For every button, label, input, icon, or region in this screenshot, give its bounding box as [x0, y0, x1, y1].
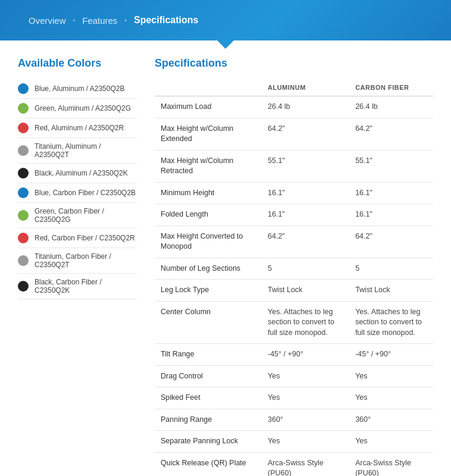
color-label: Black, Aluminum / A2350Q2K: [35, 169, 128, 177]
spec-label: Quick Release (QR) Plate: [155, 452, 262, 476]
color-swatch: [18, 103, 29, 114]
color-list: Blue, Aluminum / A2350Q2BGreen, Aluminum…: [18, 79, 137, 299]
spec-label: Spiked Feet: [155, 387, 262, 409]
table-row: Panning Range 360° 360°: [155, 409, 433, 431]
color-swatch: [18, 83, 29, 94]
spec-aluminum: 360°: [262, 409, 349, 431]
nav-specifications[interactable]: Specifications: [129, 15, 203, 26]
table-row: Folded Length 16.1" 16.1": [155, 204, 433, 226]
spec-carbon: 64.2": [349, 118, 433, 150]
spec-table: ALUMINUM CARBON FIBER Maximum Load 26.4 …: [155, 79, 433, 476]
table-row: Number of Leg Sections 5 5: [155, 258, 433, 280]
spec-aluminum: Yes. Attaches to leg section to convert …: [262, 301, 349, 344]
spec-aluminum: 16.1": [262, 182, 349, 204]
table-row: Max Height Converted to Monopod 64.2" 64…: [155, 226, 433, 258]
spec-carbon: Twist Lock: [349, 280, 433, 302]
col-header-aluminum: ALUMINUM: [262, 79, 349, 96]
spec-label: Center Column: [155, 301, 262, 344]
spec-aluminum: Twist Lock: [262, 280, 349, 302]
spec-label: Leg Lock Type: [155, 280, 262, 302]
color-item[interactable]: Red, Aluminum / A2350Q2R: [18, 118, 137, 138]
specs-title: Specifications: [155, 57, 433, 70]
table-row: Quick Release (QR) Plate Arca-Swiss Styl…: [155, 452, 433, 476]
color-swatch: [18, 187, 29, 198]
main-content: Available Colors Blue, Aluminum / A2350Q…: [0, 40, 451, 476]
spec-carbon: 26.4 lb: [349, 96, 433, 118]
spec-label: Minimum Height: [155, 182, 262, 204]
table-row: Tilt Range -45° / +90° -45° / +90°: [155, 344, 433, 366]
spec-label: Max Height w/Column Extended: [155, 118, 262, 150]
table-row: Separate Panning Lock Yes Yes: [155, 431, 433, 453]
color-item[interactable]: Black, Aluminum / A2350Q2K: [18, 164, 137, 183]
spec-carbon: 16.1": [349, 182, 433, 204]
nav-features[interactable]: Features: [77, 15, 122, 26]
spec-label: Max Height w/Column Retracted: [155, 150, 262, 182]
color-swatch: [18, 233, 29, 243]
spec-aluminum: 55.1": [262, 150, 349, 182]
spec-aluminum: 64.2": [262, 226, 349, 258]
spec-carbon: Yes: [349, 387, 433, 409]
color-swatch: [18, 281, 29, 292]
spec-carbon: 64.2": [349, 226, 433, 258]
spec-carbon: Yes. Attaches to leg section to convert …: [349, 301, 433, 344]
colors-title: Available Colors: [18, 57, 137, 70]
spec-aluminum: 64.2": [262, 118, 349, 150]
spec-carbon: Arca-Swiss Style (PU60): [349, 452, 433, 476]
table-row: Maximum Load 26.4 lb 26.4 lb: [155, 96, 433, 118]
table-row: Max Height w/Column Retracted 55.1" 55.1…: [155, 150, 433, 182]
spec-aluminum: 26.4 lb: [262, 96, 349, 118]
color-label: Green, Aluminum / A2350Q2G: [35, 104, 131, 112]
color-item[interactable]: Blue, Carbon Fiber / C2350Q2B: [18, 183, 137, 203]
color-swatch: [18, 168, 29, 178]
table-row: Max Height w/Column Extended 64.2" 64.2": [155, 118, 433, 150]
nav-dot-2: ●: [124, 18, 127, 22]
color-item[interactable]: Titanium, Aluminum / A2350Q2T: [18, 138, 137, 164]
colors-section: Available Colors Blue, Aluminum / A2350Q…: [18, 57, 137, 476]
spec-aluminum: -45° / +90°: [262, 344, 349, 366]
spec-carbon: 360°: [349, 409, 433, 431]
spec-carbon: -45° / +90°: [349, 344, 433, 366]
spec-aluminum: Yes: [262, 431, 349, 453]
table-row: Minimum Height 16.1" 16.1": [155, 182, 433, 204]
spec-label: Folded Length: [155, 204, 262, 226]
color-label: Titanium, Carbon Fiber / C2350Q2T: [35, 252, 137, 269]
nav-overview[interactable]: Overview: [24, 15, 71, 26]
color-item[interactable]: Green, Carbon Fiber / C2350Q2G: [18, 203, 137, 228]
spec-label: Drag Control: [155, 365, 262, 387]
spec-aluminum: 16.1": [262, 204, 349, 226]
color-label: Red, Carbon Fiber / C2350Q2R: [35, 234, 135, 242]
table-row: Leg Lock Type Twist Lock Twist Lock: [155, 280, 433, 302]
spec-label: Max Height Converted to Monopod: [155, 226, 262, 258]
spec-carbon: 5: [349, 258, 433, 280]
color-label: Blue, Carbon Fiber / C2350Q2B: [35, 189, 136, 197]
color-swatch: [18, 255, 29, 266]
spec-carbon: 55.1": [349, 150, 433, 182]
color-label: Red, Aluminum / A2350Q2R: [35, 124, 124, 132]
spec-aluminum: Yes: [262, 365, 349, 387]
color-swatch: [18, 123, 29, 133]
color-label: Titanium, Aluminum / A2350Q2T: [35, 142, 137, 159]
color-label: Green, Carbon Fiber / C2350Q2G: [35, 207, 137, 224]
spec-label: Panning Range: [155, 409, 262, 431]
spec-aluminum: Arca-Swiss Style (PU60): [262, 452, 349, 476]
color-item[interactable]: Red, Carbon Fiber / C2350Q2R: [18, 228, 137, 248]
spec-label: Separate Panning Lock: [155, 431, 262, 453]
spec-carbon: 16.1": [349, 204, 433, 226]
spec-label: Number of Leg Sections: [155, 258, 262, 280]
table-row: Drag Control Yes Yes: [155, 365, 433, 387]
color-item[interactable]: Black, Carbon Fiber / C2350Q2K: [18, 274, 137, 299]
color-swatch: [18, 210, 29, 221]
color-item[interactable]: Green, Aluminum / A2350Q2G: [18, 99, 137, 118]
col-header-carbon: CARBON FIBER: [349, 79, 433, 96]
nav-dot-1: ●: [73, 18, 76, 22]
spec-label: Tilt Range: [155, 344, 262, 366]
color-label: Blue, Aluminum / A2350Q2B: [35, 84, 124, 93]
col-header-label: [155, 79, 262, 96]
color-item[interactable]: Titanium, Carbon Fiber / C2350Q2T: [18, 248, 137, 274]
table-row: Spiked Feet Yes Yes: [155, 387, 433, 409]
spec-aluminum: 5: [262, 258, 349, 280]
spec-label: Maximum Load: [155, 96, 262, 118]
table-row: Center Column Yes. Attaches to leg secti…: [155, 301, 433, 344]
color-item[interactable]: Blue, Aluminum / A2350Q2B: [18, 79, 137, 99]
spec-carbon: Yes: [349, 365, 433, 387]
